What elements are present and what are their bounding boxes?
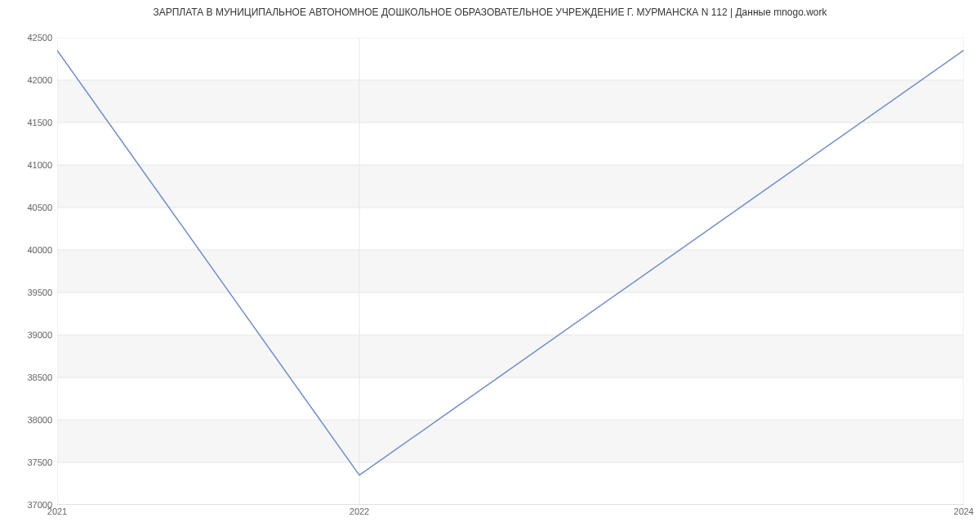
y-tick-label: 40500	[27, 203, 52, 212]
y-tick-label: 42500	[27, 33, 52, 42]
y-tick-label: 39500	[27, 288, 52, 297]
plot-svg	[57, 38, 964, 505]
x-axis-labels: 202120222024	[57, 506, 964, 523]
x-tick-label: 2022	[350, 506, 369, 516]
y-tick-label: 38500	[27, 373, 52, 382]
y-tick-label: 41000	[27, 160, 52, 170]
y-tick-label: 38000	[27, 415, 52, 425]
y-tick-label: 42000	[27, 75, 52, 85]
y-tick-label: 39000	[27, 330, 52, 340]
svg-rect-0	[57, 420, 964, 462]
svg-rect-2	[57, 250, 964, 292]
x-tick-label: 2021	[47, 506, 67, 516]
svg-rect-3	[57, 165, 964, 207]
chart-title: ЗАРПЛАТА В МУНИЦИПАЛЬНОЕ АВТОНОМНОЕ ДОШК…	[0, 7, 980, 18]
line-chart: ЗАРПЛАТА В МУНИЦИПАЛЬНОЕ АВТОНОМНОЕ ДОШК…	[0, 0, 980, 531]
y-axis-labels: 3700037500380003850039000395004000040500…	[0, 38, 52, 505]
plot-area	[57, 38, 964, 505]
y-tick-label: 37500	[27, 457, 52, 467]
y-tick-label: 41500	[27, 118, 52, 127]
y-tick-label: 40000	[27, 245, 52, 255]
svg-rect-1	[57, 335, 964, 377]
x-tick-label: 2024	[954, 506, 973, 516]
svg-rect-4	[57, 80, 964, 123]
